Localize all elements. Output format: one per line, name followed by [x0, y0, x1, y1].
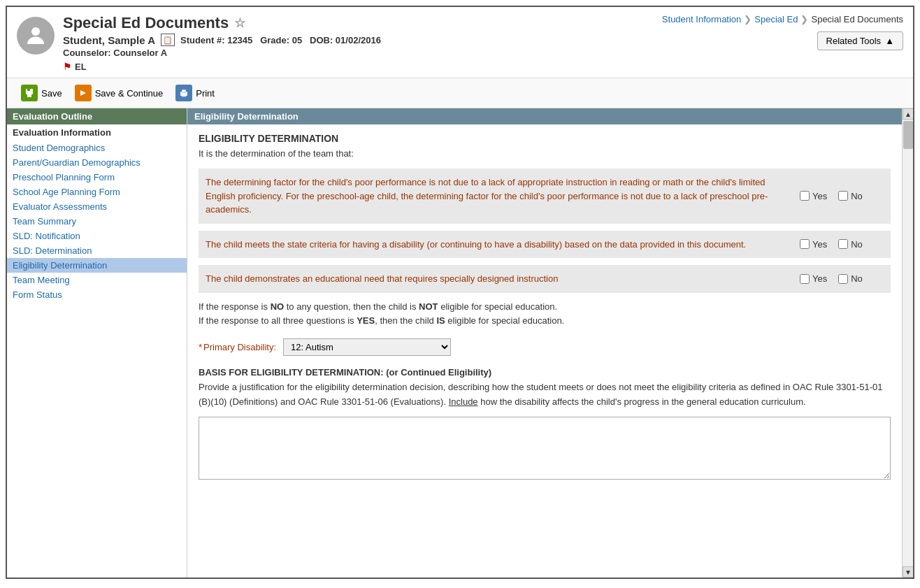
save-continue-icon [75, 85, 92, 101]
counselor-row: Counselor: Counselor A [63, 48, 381, 58]
q1-yes-label: Yes [812, 191, 827, 201]
basis-section: BASIS FOR ELIGIBILITY DETERMINATION: (or… [199, 367, 891, 482]
eligibility-note-1: If the response is NO to any question, t… [199, 301, 557, 312]
q3-no-label: No [851, 273, 863, 284]
student-name: Student, Sample A [63, 34, 155, 46]
student-avatar [17, 17, 55, 55]
save-icon [21, 85, 38, 101]
sidebar-item-form-status[interactable]: Form Status [7, 287, 187, 302]
eligibility-note-2: If the response to all three questions i… [199, 315, 564, 326]
breadcrumb-current: Special Ed Documents [811, 14, 903, 24]
yes-no-group-3: Yes No [800, 273, 884, 284]
svg-rect-7 [182, 94, 186, 96]
sidebar-header: Evaluation Outline [7, 108, 187, 124]
basis-title-suffix: (or Continued Eligibility) [384, 367, 492, 378]
question-text-2: The child meets the state criteria for h… [206, 238, 793, 252]
q3-yes-label: Yes [812, 273, 827, 284]
section-subtitle: It is the determination of the team that… [199, 148, 891, 159]
print-icon [175, 85, 192, 101]
question-block-1: The determining factor for the child's p… [199, 168, 891, 224]
sidebar-item-parent-demo[interactable]: Parent/Guardian Demographics [7, 155, 187, 170]
page-title: Special Ed Documents [63, 14, 229, 32]
q2-yes-label: Yes [812, 239, 827, 250]
content-area: Eligibility Determination ELIGIBILITY DE… [187, 108, 902, 578]
basis-title: BASIS FOR ELIGIBILITY DETERMINATION: (or… [199, 367, 891, 378]
student-meta: Student #: 12345 Grade: 05 DOB: 01/02/20… [180, 35, 381, 45]
sidebar-item-sld-determination[interactable]: SLD: Determination [7, 243, 187, 258]
yes-no-group-2: Yes No [800, 239, 884, 250]
el-flag-icon: ⚑ [63, 61, 72, 72]
question-text-3: The child demonstrates an educational ne… [206, 272, 793, 286]
svg-rect-2 [27, 94, 31, 97]
sidebar-item-evaluator-assess[interactable]: Evaluator Assessments [7, 199, 187, 214]
question-text-1: The determining factor for the child's p… [206, 175, 793, 217]
scrollbar: ▲ ▼ [902, 108, 913, 578]
save-button[interactable]: Save [17, 83, 66, 103]
favorite-icon[interactable]: ☆ [234, 15, 245, 31]
primary-disability-label: Primary Disability: [199, 342, 276, 352]
sidebar-item-sld-notification[interactable]: SLD: Notification [7, 229, 187, 243]
question-block-3: The child demonstrates an educational ne… [199, 265, 891, 293]
sidebar: Evaluation Outline Evaluation Informatio… [7, 108, 187, 578]
svg-rect-3 [27, 89, 30, 91]
print-button[interactable]: Print [171, 83, 219, 103]
basis-textarea[interactable] [199, 417, 891, 480]
sidebar-item-team-meeting[interactable]: Team Meeting [7, 273, 187, 287]
yes-no-group-1: Yes No [800, 191, 884, 201]
scroll-up-arrow[interactable]: ▲ [903, 108, 913, 120]
print-label: Print [196, 88, 215, 99]
eligibility-note: If the response is NO to any question, t… [199, 300, 891, 329]
scroll-down-arrow[interactable]: ▼ [903, 566, 913, 578]
sidebar-item-team-summary[interactable]: Team Summary [7, 214, 187, 229]
q3-no-checkbox[interactable] [838, 274, 848, 284]
svg-point-0 [31, 27, 40, 36]
basis-title-bold: BASIS FOR ELIGIBILITY DETERMINATION: [199, 367, 384, 378]
basis-body: Provide a justification for the eligibil… [199, 380, 891, 410]
q1-no-checkbox[interactable] [838, 191, 848, 201]
save-label: Save [41, 88, 62, 99]
sidebar-item-preschool-plan[interactable]: Preschool Planning Form [7, 170, 187, 185]
save-continue-button[interactable]: Save & Continue [71, 83, 168, 103]
section-title: ELIGIBILITY DETERMINATION [199, 133, 891, 144]
q3-yes-checkbox[interactable] [800, 274, 810, 284]
q3-no-option[interactable]: No [838, 273, 863, 284]
q2-no-option[interactable]: No [838, 239, 863, 250]
q1-yes-option[interactable]: Yes [800, 191, 827, 201]
content-header: Eligibility Determination [187, 108, 902, 124]
sidebar-item-school-age-plan[interactable]: School Age Planning Form [7, 185, 187, 199]
sidebar-item-eval-info: Evaluation Information [7, 124, 187, 141]
student-id-icon[interactable]: 📋 [161, 34, 175, 46]
related-tools-button[interactable]: Related Tools ▲ [817, 31, 903, 50]
breadcrumb-sep-2: ❯ [800, 14, 808, 24]
save-continue-label: Save & Continue [95, 88, 164, 99]
primary-disability-select[interactable]: 12: Autism 01: Intellectual Disability 0… [283, 338, 451, 356]
sidebar-item-eligibility-det[interactable]: Eligibility Determination [7, 258, 187, 273]
scroll-thumb[interactable] [903, 121, 913, 149]
sidebar-item-student-demo[interactable]: Student Demographics [7, 141, 187, 155]
breadcrumb: Student Information ❯ Special Ed ❯ Speci… [662, 14, 903, 24]
q1-no-option[interactable]: No [838, 191, 863, 201]
el-label: EL [75, 62, 87, 72]
q3-yes-option[interactable]: Yes [800, 273, 827, 284]
q2-no-checkbox[interactable] [838, 239, 848, 249]
q1-no-label: No [851, 191, 863, 201]
related-tools-label: Related Tools [826, 36, 882, 46]
q2-no-label: No [851, 239, 863, 250]
chevron-up-icon: ▲ [885, 36, 894, 46]
svg-rect-6 [182, 89, 186, 92]
breadcrumb-special-ed[interactable]: Special Ed [754, 14, 798, 24]
breadcrumb-sep-1: ❯ [744, 14, 752, 24]
question-block-2: The child meets the state criteria for h… [199, 231, 891, 259]
q2-yes-option[interactable]: Yes [800, 239, 827, 250]
q2-yes-checkbox[interactable] [800, 239, 810, 249]
q1-yes-checkbox[interactable] [800, 191, 810, 201]
svg-marker-4 [80, 90, 86, 96]
primary-disability-row: Primary Disability: 12: Autism 01: Intel… [199, 338, 891, 356]
breadcrumb-student-info[interactable]: Student Information [662, 14, 741, 24]
